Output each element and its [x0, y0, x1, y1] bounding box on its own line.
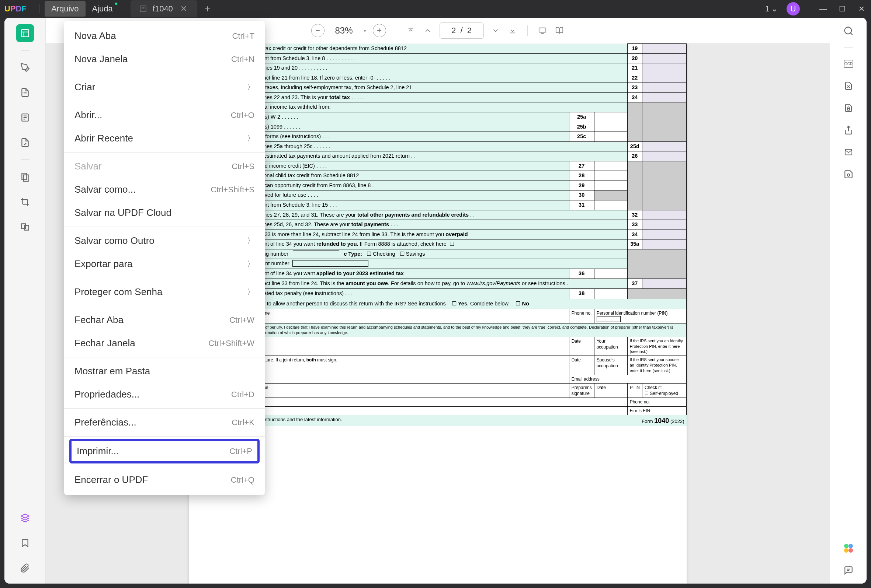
svg-rect-3 [21, 30, 29, 37]
menu-file[interactable]: Arquivo [45, 1, 85, 16]
ai-assistant-icon[interactable] [843, 542, 855, 554]
svg-line-21 [850, 33, 852, 34]
menu-preferences[interactable]: Preferências...Ctrl+K [64, 411, 265, 434]
edit-tool[interactable] [16, 84, 34, 101]
reading-mode-icon[interactable] [554, 25, 564, 36]
menu-properties[interactable]: Propriedades...Ctrl+D [64, 383, 265, 406]
convert-tool[interactable] [16, 218, 34, 236]
titlebar: UPDF Arquivo Ajuda f1040 ✕ + 1 ⌄ U — ☐ ✕ [0, 0, 871, 18]
menu-open[interactable]: Abrir...Ctrl+O [64, 103, 265, 127]
tab-title: f1040 [153, 4, 173, 13]
menu-new-tab[interactable]: Nova AbaCtrl+T [64, 24, 265, 48]
zoom-dropdown-icon[interactable]: ▾ [364, 28, 366, 34]
close-button[interactable]: ✕ [856, 4, 867, 13]
menu-save-cloud[interactable]: Salvar na UPDF Cloud [64, 201, 265, 224]
chevron-right-icon: 〉 [247, 82, 254, 92]
compress-icon[interactable] [843, 80, 855, 92]
menu-separator [64, 408, 265, 409]
divider [39, 4, 39, 13]
organize-tool[interactable] [16, 168, 34, 186]
page-tool[interactable] [16, 109, 34, 126]
svg-rect-11 [22, 173, 27, 179]
tab-close-icon[interactable]: ✕ [179, 4, 189, 13]
svg-point-27 [847, 174, 850, 176]
new-tab-button[interactable]: + [199, 3, 217, 15]
menu-new-window[interactable]: Nova JanelaCtrl+N [64, 48, 265, 71]
next-page-icon[interactable] [491, 25, 501, 36]
zoom-in-button[interactable]: + [373, 24, 386, 37]
divider [809, 4, 809, 13]
annotate-tool[interactable] [16, 58, 34, 76]
divider [844, 47, 853, 48]
window-count[interactable]: 1 ⌄ [765, 4, 778, 13]
zoom-value: 83% [331, 25, 357, 36]
separator [396, 25, 396, 36]
protect-icon[interactable] [843, 102, 855, 114]
menu-save-as[interactable]: Salvar como...Ctrl+Shift+S [64, 178, 265, 201]
menu-protect[interactable]: Proteger com Senha〉 [64, 281, 265, 304]
menubar: Arquivo Ajuda [45, 1, 120, 16]
menu-close-tab[interactable]: Fechar AbaCtrl+W [64, 308, 265, 331]
menu-show-folder[interactable]: Mostrar em Pasta [64, 360, 265, 383]
maximize-button[interactable]: ☐ [837, 4, 847, 13]
attachment-icon[interactable] [16, 559, 34, 577]
menu-separator [64, 466, 265, 466]
svg-point-30 [844, 548, 849, 553]
menu-open-recent[interactable]: Abrir Recente〉 [64, 127, 265, 150]
thumbnails-tool[interactable] [16, 24, 34, 42]
minimize-button[interactable]: — [818, 5, 828, 13]
document-tab[interactable]: f1040 ✕ [130, 0, 197, 17]
menu-separator [64, 152, 265, 152]
save-icon[interactable] [843, 169, 855, 180]
crop-tool[interactable] [16, 193, 34, 211]
share-icon[interactable] [843, 124, 855, 136]
right-sidebar: OCR [830, 18, 867, 584]
svg-rect-18 [539, 28, 545, 32]
prev-page-icon[interactable] [423, 25, 433, 36]
chevron-right-icon: 〉 [247, 259, 254, 269]
ocr-icon[interactable]: OCR [843, 58, 855, 70]
user-avatar[interactable]: U [787, 2, 800, 15]
menu-help[interactable]: Ajuda [85, 1, 120, 16]
file-dropdown-menu: Nova AbaCtrl+T Nova JanelaCtrl+N Criar〉 … [64, 21, 265, 495]
menu-close-window[interactable]: Fechar JanelaCtrl+Shift+W [64, 331, 265, 355]
presentation-icon[interactable] [537, 25, 548, 36]
left-sidebar [4, 18, 46, 584]
menu-print[interactable]: Imprimir...Ctrl+P [69, 439, 260, 464]
bookmark-icon[interactable] [16, 534, 34, 552]
svg-marker-15 [21, 514, 29, 518]
menu-quit[interactable]: Encerrar o UPDFCtrl+Q [64, 468, 265, 491]
forms-tool[interactable] [16, 134, 34, 151]
page-input[interactable]: 2 / 2 [440, 22, 484, 39]
app-logo: UPDF [4, 4, 27, 13]
zoom-out-button[interactable]: − [311, 24, 325, 37]
comment-icon[interactable] [843, 564, 855, 576]
svg-point-28 [844, 544, 849, 548]
svg-point-20 [844, 27, 852, 34]
menu-separator [64, 436, 265, 437]
menu-create[interactable]: Criar〉 [64, 76, 265, 99]
search-icon[interactable] [843, 25, 855, 37]
svg-point-31 [849, 548, 853, 553]
chevron-down-icon: ⌄ [771, 4, 778, 13]
first-page-icon[interactable] [406, 25, 416, 36]
svg-point-29 [849, 544, 853, 548]
menu-separator [64, 101, 265, 101]
divider [21, 160, 30, 160]
window-controls: 1 ⌄ U — ☐ ✕ [765, 2, 867, 15]
menu-separator [64, 357, 265, 357]
svg-rect-24 [847, 108, 850, 110]
separator [527, 25, 528, 36]
menu-separator [64, 73, 265, 73]
chevron-right-icon: 〉 [247, 133, 254, 143]
menu-separator [64, 278, 265, 278]
menu-save[interactable]: SalvarCtrl+S [64, 155, 265, 178]
chevron-right-icon: 〉 [247, 287, 254, 297]
last-page-icon[interactable] [507, 25, 518, 36]
menu-export[interactable]: Exportar para〉 [64, 252, 265, 276]
svg-text:OCR: OCR [844, 62, 852, 66]
menu-save-other[interactable]: Salvar como Outro〉 [64, 229, 265, 252]
layers-icon[interactable] [16, 509, 34, 527]
email-icon[interactable] [843, 146, 855, 158]
menu-separator [64, 306, 265, 306]
